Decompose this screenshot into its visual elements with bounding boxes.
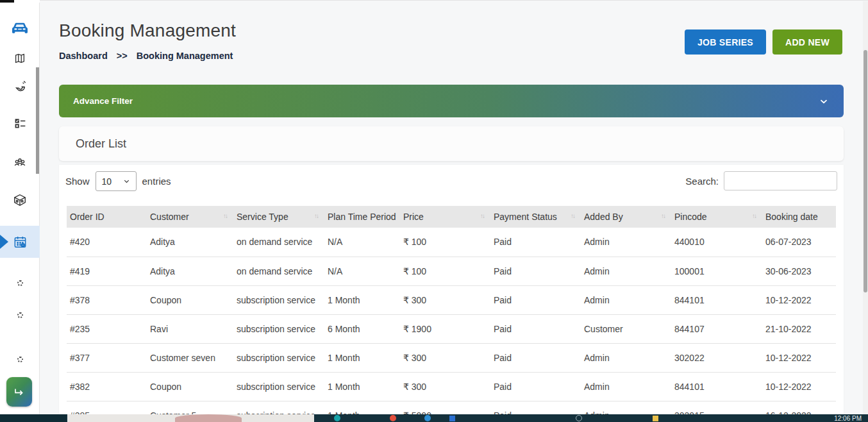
show-label: Show (65, 176, 90, 187)
table-cell: Paid (490, 401, 581, 415)
blue-app-icon[interactable] (424, 415, 431, 421)
column-header[interactable]: Price↑↓ (400, 206, 490, 228)
sort-arrows-icon: ↑↓ (661, 212, 665, 219)
table-cell: subscription service (233, 285, 324, 314)
table-cell: subscription service (233, 401, 324, 415)
advance-filter-toggle[interactable]: Advance Filter (59, 85, 844, 117)
column-header[interactable]: Pincode↑↓ (671, 206, 762, 228)
orders-table-body: #420Adityaon demand serviceN/A₹ 100PaidA… (67, 228, 836, 415)
sidebar-subitem-1[interactable] (0, 276, 40, 289)
entries-select-value: 10 (102, 176, 112, 187)
main-content: Booking Management Dashboard >> Booking … (40, 0, 868, 414)
sidebar-item-campaign[interactable] (0, 75, 40, 97)
table-cell: 1 Month (324, 285, 400, 314)
breadcrumb-dashboard-link[interactable]: Dashboard (59, 51, 108, 61)
sidebar-item-packages[interactable] (0, 189, 40, 211)
table-cell: Paid (490, 343, 581, 372)
magnet-icon (13, 80, 27, 93)
add-new-button[interactable]: ADD NEW (772, 30, 842, 55)
sidebar-scrollbar-thumb[interactable] (36, 67, 39, 174)
table-cell: ₹ 300 (400, 285, 490, 314)
window-preview[interactable] (67, 414, 314, 422)
chevron-down-icon (123, 178, 130, 185)
table-cell: 1 Month (324, 372, 400, 401)
table-cell: Admin (581, 343, 671, 372)
red-app-icon[interactable] (390, 415, 396, 421)
sort-arrows-icon: ↑↓ (480, 212, 484, 219)
page-scrollbar-track (863, 1, 868, 414)
table-cell: Customer (581, 314, 671, 343)
table-cell: on demand service (233, 228, 324, 257)
column-header[interactable]: Payment Status↑↓ (490, 206, 581, 228)
entries-select[interactable]: 10 (96, 171, 137, 191)
search-label: Search: (685, 176, 719, 187)
sort-arrows-icon: ↑↓ (223, 212, 227, 219)
files-app-icon[interactable] (449, 416, 455, 421)
table-cell: 1 Month (324, 343, 400, 372)
sidebar-subitem-3[interactable] (0, 353, 40, 366)
sidebar-item-map[interactable] (0, 47, 40, 69)
table-cell: Paid (490, 257, 581, 285)
orders-panel: Show 10 entries Search: Order IDCustomer… (59, 165, 844, 415)
column-header[interactable]: Booking date (762, 206, 836, 228)
sort-arrows-icon: ↑↓ (314, 212, 318, 219)
table-cell: Admin (581, 372, 671, 401)
table-cell: ₹ 300 (400, 372, 490, 401)
sort-arrows-icon: ↑↓ (752, 212, 756, 219)
taskbar-left-segment (0, 414, 66, 422)
sidebar-subitem-2[interactable] (0, 308, 40, 321)
table-cell: 844101 (671, 372, 762, 401)
table-cell: on demand service (233, 257, 324, 285)
search-input[interactable] (724, 171, 837, 190)
table-cell: Ravi (147, 314, 233, 343)
table-cell: Paid (490, 228, 581, 257)
orders-table-head: Order IDCustomer↑↓Service Type↑↓Plan Tim… (67, 206, 836, 228)
column-header[interactable]: Plan Time Period (324, 206, 400, 228)
sidebar-item-bookings-active[interactable] (0, 226, 40, 258)
table-cell: #419 (67, 257, 147, 285)
table-cell: Admin (581, 285, 671, 314)
task-list-icon (13, 117, 27, 130)
sidebar-item-task-list[interactable] (0, 112, 40, 134)
job-series-button[interactable]: JOB SERIES (685, 30, 766, 55)
breadcrumb-current: Booking Management (137, 51, 233, 61)
entries-label: entries (142, 176, 171, 187)
page-title: Booking Management (59, 21, 236, 41)
table-cell: 302022 (671, 343, 762, 372)
table-cell: #378 (67, 285, 147, 314)
chevron-down-icon (818, 96, 830, 107)
table-row: #377Customer sevensubscription service1 … (67, 343, 836, 372)
table-cell: 16-12-2022 (762, 401, 836, 415)
header-actions: JOB SERIES ADD NEW (685, 30, 842, 55)
table-cell: ₹ 100 (400, 257, 490, 285)
table-cell: subscription service (233, 314, 324, 343)
logout-button[interactable] (6, 377, 32, 407)
taskbar: 12:06 PM (0, 414, 868, 422)
table-cell: Coupon (147, 372, 233, 401)
circle-bullet-icon (17, 312, 23, 318)
table-cell: #377 (67, 343, 147, 372)
column-header[interactable]: Order ID (67, 206, 147, 228)
page-scrollbar-thumb[interactable] (864, 50, 867, 292)
column-header[interactable]: Service Type↑↓ (233, 206, 324, 228)
tray-circle-icon[interactable] (576, 415, 582, 421)
table-cell: ₹ 1900 (400, 314, 490, 343)
table-row: #378Couponsubscription service1 Month₹ 3… (67, 285, 836, 314)
sidebar-item-vehicles[interactable] (0, 18, 40, 40)
teal-app-icon[interactable] (334, 415, 340, 421)
table-cell: N/A (324, 228, 400, 257)
table-cell: ₹ 100 (400, 228, 490, 257)
column-header[interactable]: Added By↑↓ (581, 206, 671, 228)
tray-folder-icon[interactable] (653, 416, 658, 421)
table-cell: 844107 (671, 314, 762, 343)
taskbar-clock: 12:06 PM (834, 414, 862, 422)
table-cell: #420 (67, 228, 147, 257)
table-cell: 10-12-2022 (762, 372, 836, 401)
package-icon (13, 193, 27, 207)
column-header[interactable]: Customer↑↓ (147, 206, 233, 228)
table-cell: 6 Month (324, 314, 400, 343)
sidebar-item-customers[interactable] (0, 151, 40, 173)
order-list-title: Order List (76, 137, 126, 151)
table-cell: 440010 (671, 228, 762, 257)
table-cell: #385 (67, 401, 147, 415)
